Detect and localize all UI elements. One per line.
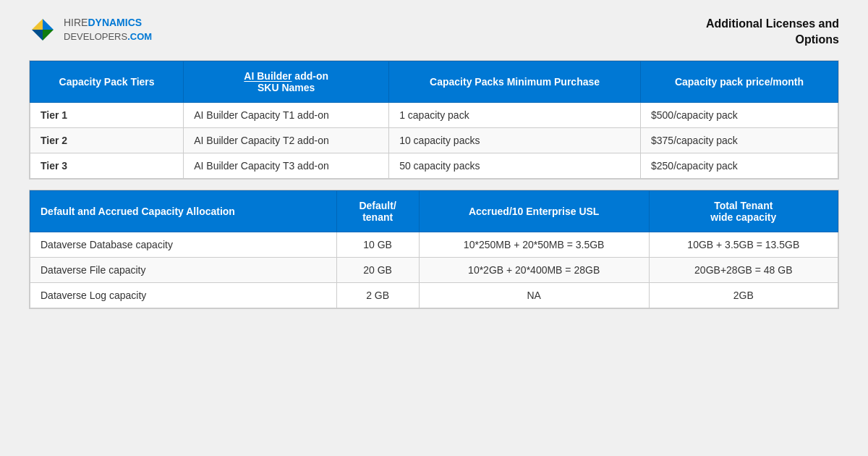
tier-2-price: $375/capacity pack [641, 127, 838, 153]
col-header-total: Total Tenantwide capacity [649, 190, 838, 232]
log-capacity-default: 2 GB [336, 282, 419, 308]
table-row: Tier 1 AI Builder Capacity T1 add-on 1 c… [30, 102, 838, 127]
logo-area: HIREDYNAMICS DEVELOPERS.COM [29, 16, 152, 43]
db-capacity-total: 10GB + 3.5GB = 13.5GB [649, 232, 838, 257]
logo-text: HIREDYNAMICS DEVELOPERS.COM [64, 16, 152, 43]
capacity-pack-tiers-table: Capacity Pack Tiers AI Builder add-onSKU… [29, 60, 839, 180]
logo-developers: DEVELOPERS [64, 31, 127, 42]
col-header-price: Capacity pack price/month [641, 61, 838, 102]
tier-1-price: $500/capacity pack [641, 102, 838, 127]
svg-marker-1 [43, 19, 54, 30]
svg-marker-3 [43, 30, 54, 41]
col-header-allocation: Default and Accrued Capacity Allocation [30, 190, 337, 232]
log-capacity-label: Dataverse Log capacity [30, 282, 337, 308]
logo-dynamics: DYNAMICS [88, 17, 142, 28]
page-wrapper: HIREDYNAMICS DEVELOPERS.COM Additional L… [0, 0, 868, 456]
db-capacity-default: 10 GB [336, 232, 419, 257]
col-header-tiers: Capacity Pack Tiers [30, 61, 184, 102]
tier-3-label: Tier 3 [30, 153, 184, 178]
main-content: Capacity Pack Tiers AI Builder add-onSKU… [0, 60, 868, 456]
svg-marker-4 [32, 30, 43, 41]
tier-2-sku: AI Builder Capacity T2 add-on [184, 127, 389, 153]
table-row: Dataverse File capacity 20 GB 10*2GB + 2… [30, 257, 838, 282]
table-row: Tier 3 AI Builder Capacity T3 add-on 50 … [30, 153, 838, 178]
tier-1-sku: AI Builder Capacity T1 add-on [184, 102, 389, 127]
page-title: Additional Licenses and Options [680, 16, 839, 48]
logo-dotcom: .COM [127, 31, 152, 42]
logo-icon [29, 16, 56, 43]
col-header-min-purchase: Capacity Packs Minimum Purchase [389, 61, 641, 102]
table-row: Dataverse Database capacity 10 GB 10*250… [30, 232, 838, 257]
table-row: Tier 2 AI Builder Capacity T2 add-on 10 … [30, 127, 838, 153]
db-capacity-accrued: 10*250MB + 20*50MB = 3.5GB [419, 232, 649, 257]
log-capacity-accrued: NA [419, 282, 649, 308]
capacity-allocation-table: Default and Accrued Capacity Allocation … [29, 190, 839, 309]
tier-3-min: 50 capacity packs [389, 153, 641, 178]
table-row: Dataverse Log capacity 2 GB NA 2GB [30, 282, 838, 308]
logo-hire: HIRE [64, 17, 88, 28]
col-header-default: Default/tenant [336, 190, 419, 232]
tier-3-sku: AI Builder Capacity T3 add-on [184, 153, 389, 178]
tier-1-label: Tier 1 [30, 102, 184, 127]
tier-2-label: Tier 2 [30, 127, 184, 153]
header: HIREDYNAMICS DEVELOPERS.COM Additional L… [0, 0, 868, 60]
file-capacity-total: 20GB+28GB = 48 GB [649, 257, 838, 282]
log-capacity-total: 2GB [649, 282, 838, 308]
file-capacity-label: Dataverse File capacity [30, 257, 337, 282]
tier-1-min: 1 capacity pack [389, 102, 641, 127]
col-header-accrued: Accrued/10 Enterprise USL [419, 190, 649, 232]
file-capacity-accrued: 10*2GB + 20*400MB = 28GB [419, 257, 649, 282]
tier-2-min: 10 capacity packs [389, 127, 641, 153]
db-capacity-label: Dataverse Database capacity [30, 232, 337, 257]
tier-3-price: $250/capacity pack [641, 153, 838, 178]
file-capacity-default: 20 GB [336, 257, 419, 282]
svg-marker-2 [32, 19, 43, 30]
col-header-sku: AI Builder add-onSKU Names [184, 61, 389, 102]
